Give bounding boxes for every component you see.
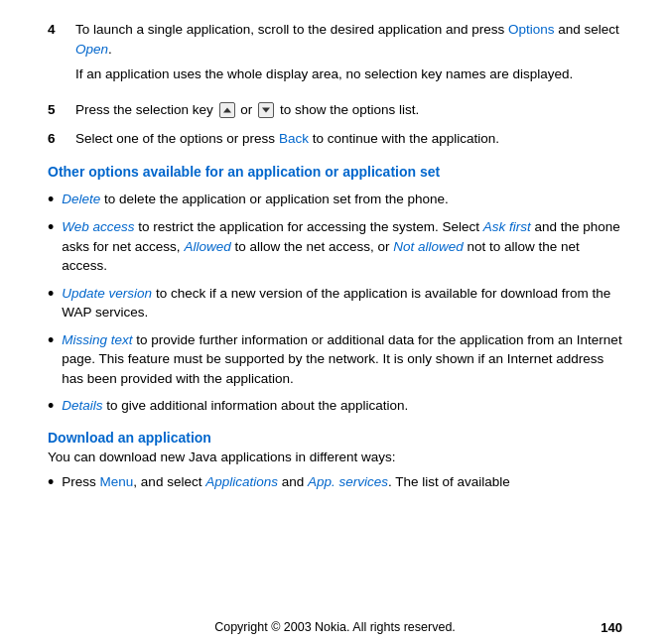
- download-intro: You can download new Java applications i…: [48, 450, 622, 464]
- step-6-content: Select one of the options or press Back …: [75, 129, 622, 149]
- step-number-4: 4: [48, 20, 67, 90]
- page-number: 140: [601, 620, 622, 635]
- step-number-5: 5: [48, 100, 67, 120]
- list-item: • Delete to delete the application or ap…: [48, 190, 622, 209]
- list-item: • Update version to check if a new versi…: [48, 284, 622, 322]
- down-arrow-icon: [258, 102, 274, 118]
- allowed-link: Allowed: [184, 239, 230, 254]
- list-item: • Missing text to provide further inform…: [48, 330, 622, 389]
- download-list: • Press Menu, and select Applications an…: [48, 472, 622, 492]
- step-5: 5 Press the selection key or to show the…: [48, 100, 622, 120]
- applications-link: Applications: [205, 474, 278, 489]
- download-heading: Download an application: [48, 430, 622, 446]
- step-number-6: 6: [48, 129, 67, 149]
- bullet-dot: •: [48, 285, 54, 303]
- options-link: Options: [508, 22, 555, 37]
- open-link: Open: [75, 42, 108, 57]
- list-item: • Details to give additional information…: [48, 396, 622, 416]
- web-access-link: Web access: [62, 219, 134, 234]
- details-link: Details: [62, 398, 102, 413]
- delete-link: Delete: [62, 192, 100, 206]
- app-services-link: App. services: [308, 474, 388, 489]
- step-4-subtext: If an application uses the whole display…: [75, 64, 622, 84]
- options-list: • Delete to delete the application or ap…: [48, 190, 622, 416]
- step-4: 4 To launch a single application, scroll…: [48, 20, 622, 90]
- missing-text-link: Missing text: [62, 332, 132, 347]
- list-item: • Press Menu, and select Applications an…: [48, 472, 622, 492]
- not-allowed-link: Not allowed: [393, 239, 464, 254]
- update-version-link: Update version: [62, 286, 152, 301]
- up-arrow-icon: [219, 102, 235, 118]
- bullet-dot: •: [48, 397, 54, 415]
- back-link: Back: [279, 131, 309, 146]
- other-options-heading: Other options available for an applicati…: [48, 163, 622, 183]
- menu-link: Menu: [100, 474, 134, 489]
- list-item: • Web access to restrict the application…: [48, 217, 622, 276]
- page-footer: Copyright © 2003 Nokia. All rights reser…: [0, 608, 670, 644]
- bullet-dot: •: [48, 473, 54, 491]
- page-content: 4 To launch a single application, scroll…: [0, 0, 670, 608]
- step-4-content: To launch a single application, scroll t…: [75, 20, 622, 90]
- copyright-text: Copyright © 2003 Nokia. All rights reser…: [214, 620, 456, 634]
- bullet-dot: •: [48, 218, 54, 236]
- step-6: 6 Select one of the options or press Bac…: [48, 129, 622, 149]
- step-5-content: Press the selection key or to show the o…: [75, 100, 622, 120]
- bullet-dot: •: [48, 331, 54, 349]
- bullet-dot: •: [48, 191, 54, 208]
- ask-first-link: Ask first: [483, 219, 531, 234]
- step-4-text: To launch a single application, scroll t…: [75, 20, 622, 59]
